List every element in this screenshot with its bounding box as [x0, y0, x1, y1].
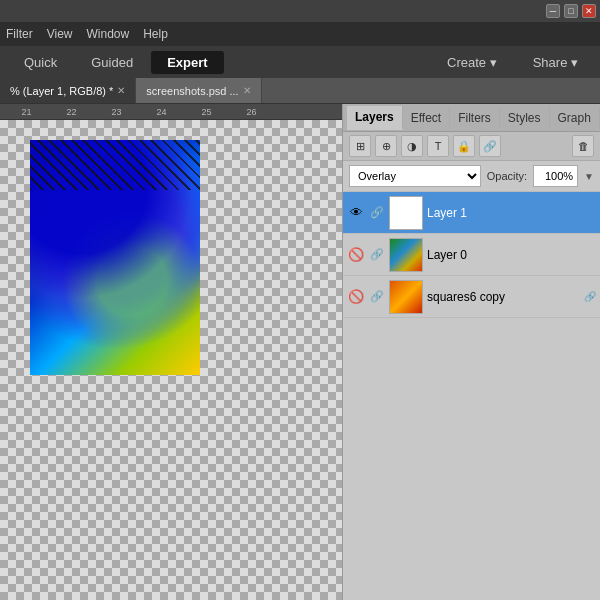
- minimize-button[interactable]: ─: [546, 4, 560, 18]
- new-group-button[interactable]: ⊞: [349, 135, 371, 157]
- close-button[interactable]: ✕: [582, 4, 596, 18]
- layer-lock-0[interactable]: 🔗: [369, 206, 385, 219]
- ruler-marks: 21 22 23 24 25 26: [4, 107, 342, 117]
- layer-thumb-0: [389, 196, 423, 230]
- layer-row-2[interactable]: 🚫 🔗 squares6 copy 🔗: [343, 276, 600, 318]
- create-button[interactable]: Create ▾: [433, 51, 511, 74]
- layer-toolbar: ⊞ ⊕ ◑ T 🔒 🔗 🗑: [343, 132, 600, 161]
- ruler-horizontal: 21 22 23 24 25 26: [0, 104, 342, 120]
- file-tab-close-0[interactable]: ✕: [117, 85, 125, 96]
- tab-guided[interactable]: Guided: [75, 51, 149, 74]
- panel-tabs: Layers Effect Filters Styles Graph ≡: [343, 104, 600, 132]
- layer-name-2: squares6 copy: [427, 290, 580, 304]
- canvas-image-wrapper: [30, 140, 200, 375]
- ruler-mark-4: 25: [184, 107, 229, 117]
- ruler-mark-5: 26: [229, 107, 274, 117]
- ruler-mark-2: 23: [94, 107, 139, 117]
- menu-filter[interactable]: Filter: [6, 27, 33, 41]
- ruler-mark-1: 22: [49, 107, 94, 117]
- layer-lock-1[interactable]: 🔗: [369, 248, 385, 261]
- layers-list: 👁 🔗 Layer 1 🚫 🔗 Layer 0 🚫 🔗: [343, 192, 600, 600]
- opacity-input[interactable]: [533, 165, 578, 187]
- ruler-mark-3: 24: [139, 107, 184, 117]
- panel-tab-effect[interactable]: Effect: [403, 107, 450, 129]
- maximize-button[interactable]: □: [564, 4, 578, 18]
- panels-area: Layers Effect Filters Styles Graph ≡ ⊞ ⊕…: [342, 104, 600, 600]
- canvas-area: 21 22 23 24 25 26: [0, 104, 342, 600]
- new-layer-button[interactable]: ⊕: [375, 135, 397, 157]
- lock-button[interactable]: 🔒: [453, 135, 475, 157]
- menu-window[interactable]: Window: [86, 27, 129, 41]
- blend-row: Overlay Opacity: ▼: [343, 161, 600, 192]
- eye-slash-icon-1[interactable]: 🚫: [348, 247, 364, 262]
- panel-tab-styles[interactable]: Styles: [500, 107, 550, 129]
- delete-layer-button[interactable]: 🗑: [572, 135, 594, 157]
- layer-visibility-2[interactable]: 🚫: [347, 289, 365, 304]
- layer-link-icon-2: 🔗: [584, 291, 596, 302]
- eye-slash-icon-2[interactable]: 🚫: [348, 289, 364, 304]
- share-button[interactable]: Share ▾: [519, 51, 592, 74]
- layer-visibility-1[interactable]: 🚫: [347, 247, 365, 262]
- layer-row-1[interactable]: 🚫 🔗 Layer 0: [343, 234, 600, 276]
- layer-lock-2[interactable]: 🔗: [369, 290, 385, 303]
- layer-thumb-2: [389, 280, 423, 314]
- opacity-label: Opacity:: [487, 170, 527, 182]
- main-area: 21 22 23 24 25 26 Layers Effect Filters …: [0, 104, 600, 600]
- layer-name-1: Layer 0: [427, 248, 596, 262]
- menu-help[interactable]: Help: [143, 27, 168, 41]
- file-tab-1[interactable]: screenshots.psd ... ✕: [136, 78, 261, 103]
- panel-tab-graph[interactable]: Graph: [550, 107, 600, 129]
- mode-bar: Quick Guided Expert Create ▾ Share ▾: [0, 46, 600, 78]
- layer-row-0[interactable]: 👁 🔗 Layer 1: [343, 192, 600, 234]
- ruler-mark-0: 21: [4, 107, 49, 117]
- opacity-arrow[interactable]: ▼: [584, 171, 594, 182]
- blend-mode-select[interactable]: Overlay: [349, 165, 481, 187]
- tab-quick[interactable]: Quick: [8, 51, 73, 74]
- adjustment-layer-button[interactable]: ◑: [401, 135, 423, 157]
- title-bar: ─ □ ✕: [0, 0, 600, 22]
- canvas-image: [30, 140, 200, 375]
- panel-tab-filters[interactable]: Filters: [450, 107, 500, 129]
- menu-bar: Filter View Window Help: [0, 22, 600, 46]
- type-tool-button[interactable]: T: [427, 135, 449, 157]
- link-button[interactable]: 🔗: [479, 135, 501, 157]
- eye-icon-0[interactable]: 👁: [350, 205, 363, 220]
- panel-tab-layers[interactable]: Layers: [347, 106, 403, 130]
- layer-visibility-0[interactable]: 👁: [347, 205, 365, 220]
- canvas-texture: [30, 140, 200, 190]
- file-tab-close-1[interactable]: ✕: [243, 85, 251, 96]
- tab-expert[interactable]: Expert: [151, 51, 223, 74]
- layer-name-0: Layer 1: [427, 206, 596, 220]
- file-tab-0[interactable]: % (Layer 1, RGB/8) * ✕: [0, 78, 136, 103]
- file-tabs: % (Layer 1, RGB/8) * ✕ screenshots.psd .…: [0, 78, 600, 104]
- layer-thumb-1: [389, 238, 423, 272]
- canvas-viewport[interactable]: [0, 120, 342, 600]
- menu-view[interactable]: View: [47, 27, 73, 41]
